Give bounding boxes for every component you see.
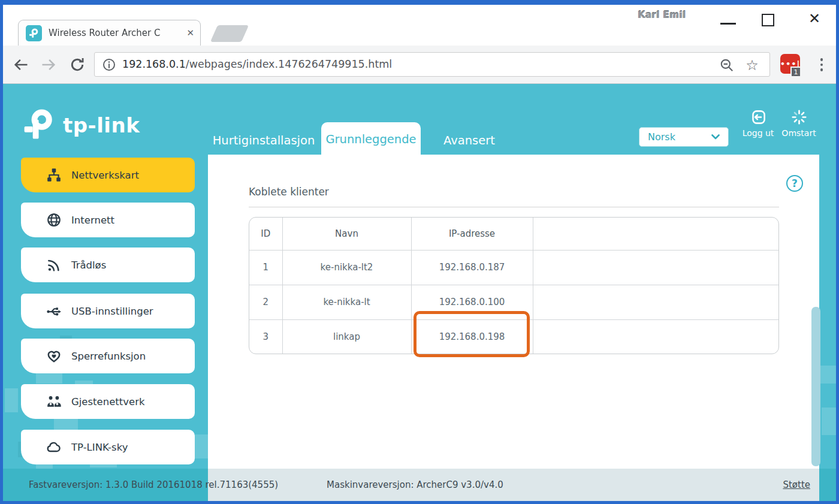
sidebar-item-label: Internett: [71, 215, 114, 226]
zoom-out-icon[interactable]: [719, 58, 735, 73]
address-bar[interactable]: 192.168.0.1/webpages/index.1476264749915…: [94, 52, 770, 77]
router-admin-page: tp-link Hurtiginstallasjon Grunnleggende…: [3, 84, 836, 501]
tab-avansert[interactable]: Avansert: [436, 131, 502, 150]
column-header-navn: Navn: [282, 218, 411, 250]
guests-icon: [46, 394, 62, 409]
tab-hurtiginstallasjon[interactable]: Hurtiginstallasjon: [204, 131, 324, 150]
extension-glyph: •••|: [780, 61, 801, 67]
cell-navn: ke-nikka-lt: [282, 285, 411, 319]
footer-right-band: [819, 469, 836, 501]
cell-ip: 192.168.0.187: [411, 250, 533, 285]
url-text[interactable]: 192.168.0.1/webpages/index.1476264749915…: [122, 58, 392, 70]
cell-id: 2: [249, 285, 282, 319]
tab-title: Wireless Router Archer C: [49, 28, 178, 38]
sidebar-item-label: USB-innstillinger: [71, 306, 153, 317]
browser-tab[interactable]: Wireless Router Archer C ✕: [18, 20, 201, 46]
sidebar-item-sperrefunksjon[interactable]: Sperrefunksjon: [21, 339, 195, 373]
table-header-row: ID Navn IP-adresse: [249, 218, 779, 250]
sidebar-item-internett[interactable]: Internett: [21, 203, 195, 237]
tab-close-icon[interactable]: ✕: [186, 28, 194, 38]
hardware-version: Maskinvareversjon: ArcherC9 v3.0/v4.0: [327, 469, 503, 501]
browser-menu-icon[interactable]: [813, 55, 830, 74]
tp-link-logo[interactable]: tp-link: [21, 105, 153, 145]
chevron-down-icon: [711, 134, 720, 140]
sidebar-item-gjestenettverk[interactable]: Gjestenettverk: [21, 384, 195, 419]
parental-heart-icon: [46, 348, 62, 364]
connected-clients-table: ID Navn IP-adresse 1 ke-nikka-lt2 192.16…: [249, 217, 779, 354]
cell-empty: [533, 319, 779, 354]
sidebar-item-tradlos[interactable]: Trådløs: [21, 248, 195, 282]
wifi-icon: [46, 257, 62, 273]
firmware-version: Fastvareversjon: 1.3.0 Build 20161018 re…: [29, 469, 278, 501]
table-row: 2 ke-nikka-lt 192.168.0.100: [249, 285, 779, 319]
sidebar-item-label: Sperrefunksjon: [71, 351, 146, 362]
language-value: Norsk: [648, 131, 711, 143]
tab-grunnleggende[interactable]: Grunnleggende: [321, 122, 421, 156]
page-title: Koblete klienter: [249, 186, 329, 198]
usb-icon: [46, 303, 62, 319]
sidebar-item-label: Nettverkskart: [71, 170, 139, 181]
tp-link-logo-text: tp-link: [63, 113, 140, 137]
restart-label: Omstart: [781, 128, 816, 138]
url-domain: 192.168.0.1: [122, 58, 186, 70]
footer-gray-band: [208, 469, 819, 501]
divider: [249, 207, 779, 207]
bookmark-star-icon[interactable]: ☆: [744, 58, 760, 73]
browser-toolbar: 192.168.0.1/webpages/index.1476264749915…: [3, 46, 836, 84]
tp-link-logo-mark-icon: [21, 107, 57, 144]
back-icon[interactable]: [13, 56, 29, 73]
pattern-square: [822, 408, 836, 435]
window-maximize-button[interactable]: [762, 14, 774, 26]
sidebar-item-label: Gjestenettverk: [71, 396, 145, 408]
content-panel: Koblete klienter ? ID Navn IP-adresse 1 …: [208, 155, 819, 469]
footer: Fastvareversjon: 1.3.0 Build 20161018 re…: [3, 469, 836, 501]
sidebar-item-usb-innstillinger[interactable]: USB-innstillinger: [21, 294, 195, 328]
sidebar-item-nettverkskart[interactable]: Nettverkskart: [21, 158, 195, 192]
pattern-square: [5, 388, 18, 412]
network-map-icon: [46, 167, 62, 183]
cloud-icon: [46, 439, 62, 455]
page-scrollbar-thumb[interactable]: [811, 307, 820, 466]
cell-ip: 192.168.0.100: [411, 285, 533, 319]
column-header-id: ID: [249, 218, 282, 250]
cell-empty: [533, 250, 779, 285]
forward-icon: [40, 56, 57, 73]
sidebar-item-tp-link-sky[interactable]: TP-LINK-sky: [21, 430, 195, 464]
window-close-button[interactable]: ✕: [808, 11, 820, 26]
tp-link-favicon-icon: [26, 25, 42, 41]
logout-label: Logg ut: [743, 128, 774, 138]
cell-id: 1: [249, 250, 282, 285]
restart-button[interactable]: Omstart: [776, 109, 822, 138]
language-select[interactable]: Norsk: [639, 127, 729, 147]
window-minimize-button[interactable]: [720, 23, 736, 25]
column-header-ip-adresse: IP-adresse: [411, 218, 533, 250]
cell-ip: 192.168.0.198: [411, 319, 533, 354]
help-icon[interactable]: ?: [786, 175, 803, 192]
cell-navn: linkap: [282, 319, 411, 354]
sidebar-item-label: Trådløs: [71, 259, 106, 271]
extension-badge: 1: [790, 67, 801, 77]
cell-navn: ke-nikka-lt2: [282, 250, 411, 285]
extension-icon[interactable]: •••| 1: [780, 54, 800, 74]
page-info-icon[interactable]: [102, 58, 116, 72]
table-row: 1 ke-nikka-lt2 192.168.0.187: [249, 250, 779, 285]
table-row: 3 linkap 192.168.0.198: [249, 319, 779, 354]
browser-window: Wireless Router Archer C ✕ Karl Emil ✕: [0, 0, 839, 504]
sidebar-item-label: TP-LINK-sky: [71, 442, 128, 453]
cell-empty: [533, 285, 779, 319]
titlebar: Wireless Router Archer C ✕ Karl Emil ✕: [3, 5, 836, 46]
logout-icon: [750, 109, 766, 125]
column-header-empty: [533, 218, 779, 250]
logout-button[interactable]: Logg ut: [735, 109, 781, 138]
reload-icon[interactable]: [69, 56, 86, 73]
restart-spinner-icon: [791, 109, 807, 125]
browser-profile-name[interactable]: Karl Emil: [638, 10, 686, 20]
url-path: /webpages/index.1476264749915.html: [186, 58, 392, 70]
support-link[interactable]: Støtte: [783, 469, 810, 501]
new-tab-button[interactable]: [210, 25, 249, 42]
globe-icon: [46, 212, 62, 228]
cell-id: 3: [249, 319, 282, 354]
